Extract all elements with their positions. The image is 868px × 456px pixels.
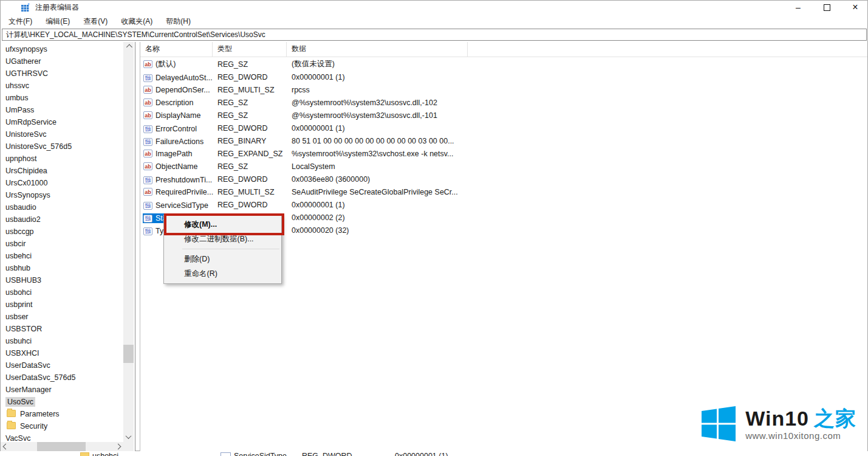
value-name-cell: abRequiredPrivile...: [140, 187, 213, 197]
context-menu-item-delete[interactable]: 删除(D): [164, 252, 281, 266]
value-name-cell: 011110PreshutdownTi...: [140, 173, 213, 185]
minimize-button[interactable]: –: [788, 1, 808, 14]
value-type: REG_SZ: [213, 60, 287, 69]
tree-item-usbxhci[interactable]: USBXHCI: [1, 347, 123, 359]
value-name-wrap: abObjectName: [143, 162, 199, 171]
tree-item-uhssvc[interactable]: uhssvc: [1, 80, 123, 92]
value-row-imagepath[interactable]: abImagePathREG_EXPAND_SZ%systemroot%\sys…: [140, 147, 867, 160]
tree-item-label: ufxsynopsys: [5, 45, 47, 54]
tree-item-umpass[interactable]: UmPass: [1, 104, 123, 116]
tree-item-security[interactable]: Security: [1, 420, 123, 432]
value-row-requiredprivile[interactable]: abRequiredPrivile...REG_MULTI_SZSeAuditP…: [140, 185, 867, 198]
tree-item-unistoresvc[interactable]: UnistoreSvc: [1, 128, 123, 140]
tree-item-urscx01000[interactable]: UrsCx01000: [1, 177, 123, 189]
scroll-down-button[interactable]: [123, 432, 134, 442]
tree-item-ugthrsvc[interactable]: UGTHRSVC: [1, 67, 123, 80]
column-header-name[interactable]: 名称: [140, 42, 213, 57]
tree-list: ufxsynopsysUGathererUGTHRSVCuhssvcumbusU…: [1, 43, 123, 441]
value-row-displayname[interactable]: abDisplayNameREG_SZ@%systemroot%\system3…: [140, 109, 867, 122]
tree-horizontal-scrollbar[interactable]: [1, 442, 134, 451]
tree-item-usbccgp[interactable]: usbccgp: [1, 226, 123, 238]
tree-item-usbuhci[interactable]: usbuhci: [1, 335, 123, 347]
value-name-cell: 011110DelayedAutoSt...: [140, 71, 213, 83]
value-type: REG_DWORD: [213, 201, 287, 209]
value-row-description[interactable]: abDescriptionREG_SZ@%systemroot%\system3…: [140, 96, 867, 109]
menu-item-f[interactable]: 文件(F): [1, 14, 39, 27]
reg-sz-icon: ab: [143, 60, 152, 68]
tree-item-label: UrsChipidea: [5, 167, 47, 175]
value-row-errorcontrol[interactable]: 011110ErrorControlREG_DWORD0x00000001 (1…: [140, 122, 867, 134]
tree-item-usermanager[interactable]: UserManager: [1, 384, 123, 396]
tree-item-umrdpservice[interactable]: UmRdpService: [1, 116, 123, 128]
tree-item-label: umbus: [5, 94, 29, 102]
tree-item-usbaudio[interactable]: usbaudio: [1, 201, 123, 213]
dword-digits: 110: [145, 78, 151, 81]
tree-item-unistoresvc-576d5[interactable]: UnistoreSvc_576d5: [1, 140, 123, 153]
value-data: (数值未设置): [287, 59, 335, 69]
tree-item-parameters[interactable]: Parameters: [1, 408, 123, 420]
context-menu: 修改(M)...修改二进制数据(B)...删除(D)重命名(R): [163, 215, 282, 284]
tree-item-usbhub[interactable]: usbhub: [1, 262, 123, 274]
tree-item-usbstor[interactable]: USBSTOR: [1, 323, 123, 335]
value-row-failureactions[interactable]: 011110FailureActionsREG_BINARY80 51 01 0…: [140, 134, 867, 147]
tree-item-ufxsynopsys[interactable]: ufxsynopsys: [1, 43, 123, 55]
vertical-scroll-thumb[interactable]: [123, 345, 134, 363]
tree-item-label: UnistoreSvc_576d5: [5, 142, 72, 151]
value-row-preshutdownti[interactable]: 011110PreshutdownTi...REG_DWORD0x0036ee8…: [140, 173, 867, 185]
value-type: REG_DWORD: [213, 73, 287, 81]
tree-item-umbus[interactable]: umbus: [1, 92, 123, 104]
tree-item-usbser[interactable]: usbser: [1, 311, 123, 323]
windows-flag-icon: [702, 406, 736, 442]
context-menu-item-modify[interactable]: 修改(M)...: [164, 217, 281, 232]
value-name: RequiredPrivile...: [155, 188, 213, 196]
tree-item-ugatherer[interactable]: UGatherer: [1, 55, 123, 67]
tree-item-urssynopsys[interactable]: UrsSynopsys: [1, 189, 123, 201]
tree-item-usbprint[interactable]: usbprint: [1, 299, 123, 311]
tree-item-upnphost[interactable]: upnphost: [1, 153, 123, 165]
close-button[interactable]: ×: [845, 1, 866, 14]
value-data: @%systemroot%\system32\usosvc.dll,-102: [287, 98, 437, 107]
value-row-objectname[interactable]: abObjectNameREG_SZLocalSystem: [140, 160, 867, 173]
menu-item-e[interactable]: 编辑(E): [39, 14, 77, 27]
tree-item-label: usbccgp: [5, 227, 34, 236]
menu-separator: [182, 249, 279, 249]
tree-item-label: UsoSvc: [5, 397, 35, 407]
menu-item-a[interactable]: 收藏夹(A): [114, 14, 159, 27]
scroll-left-button[interactable]: [1, 442, 11, 451]
address-bar[interactable]: 计算机\HKEY_LOCAL_MACHINE\SYSTEM\CurrentCon…: [2, 29, 867, 41]
tree-item-usbhub3[interactable]: USBHUB3: [1, 274, 123, 286]
value-data: @%systemroot%\system32\usosvc.dll,-101: [287, 111, 437, 120]
context-menu-item-modify-binary[interactable]: 修改二进制数据(B)...: [164, 232, 281, 246]
menu-item-h[interactable]: 帮助(H): [159, 14, 197, 27]
tree-item-usbohci[interactable]: usbohci: [1, 286, 123, 299]
column-header-data[interactable]: 数据: [287, 42, 468, 57]
tree-item-usbehci[interactable]: usbehci: [1, 250, 123, 262]
tree-item-usbcir[interactable]: usbcir: [1, 238, 123, 250]
tree-vertical-scrollbar[interactable]: [123, 42, 134, 442]
reg-sz-icon: ab: [143, 98, 152, 106]
value-row-item[interactable]: ab(默认)REG_SZ(数值未设置): [140, 58, 867, 71]
dword-digits: 110: [145, 218, 151, 221]
horizontal-scroll-thumb[interactable]: [37, 442, 86, 451]
tree-item-usosvc[interactable]: UsoSvc: [1, 396, 123, 408]
context-menu-item-rename[interactable]: 重命名(R): [164, 266, 281, 281]
tree-item-label: usbohci: [5, 288, 32, 297]
scroll-up-button[interactable]: [123, 42, 134, 52]
menu-item-v[interactable]: 查看(V): [77, 14, 114, 27]
tree-item-label: usbaudio: [5, 203, 36, 212]
tree-item-usbaudio2[interactable]: usbaudio2: [1, 213, 123, 226]
tree-item-urschipidea[interactable]: UrsChipidea: [1, 165, 123, 177]
watermark-brand: Win10之家: [745, 407, 856, 429]
tree-item-vacsvc[interactable]: VacSvc: [1, 432, 123, 441]
value-row-servicesidtype[interactable]: 011110ServiceSidTypeREG_DWORD0x00000001 …: [140, 198, 867, 211]
tree-item-userdatasvc[interactable]: UserDataSvc: [1, 359, 123, 371]
scroll-right-button[interactable]: [113, 442, 123, 451]
value-row-delayedautost[interactable]: 011110DelayedAutoSt...REG_DWORD0x0000000…: [140, 71, 867, 83]
value-type: REG_DWORD: [213, 175, 287, 184]
tree-item-userdatasvc-576d5[interactable]: UserDataSvc_576d5: [1, 371, 123, 384]
maximize-button[interactable]: [816, 1, 837, 14]
tree-item-label: UrsSynopsys: [5, 191, 50, 199]
sliver-text: usbohci: [92, 452, 118, 456]
column-header-type[interactable]: 类型: [213, 42, 287, 57]
value-row-dependonser[interactable]: abDependOnSer...REG_MULTI_SZrpcss: [140, 83, 867, 96]
